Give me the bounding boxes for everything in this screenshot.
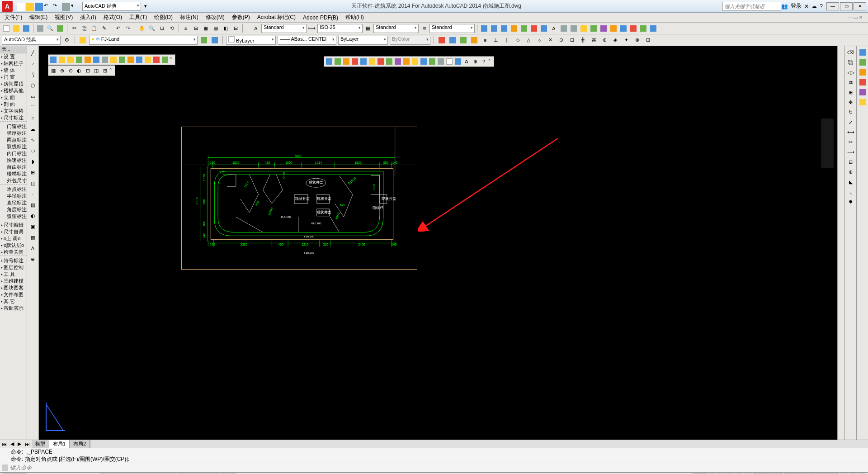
palette-item[interactable]: ▸其 它 xyxy=(0,298,27,305)
tab-nav-next-icon[interactable]: ▶ xyxy=(16,441,23,447)
palette-item[interactable]: 自由标注 xyxy=(0,164,27,171)
table-icon[interactable]: ▦ xyxy=(28,232,38,242)
rt2-4-icon[interactable] xyxy=(858,78,867,87)
rt2-3-icon[interactable] xyxy=(858,68,867,77)
xline-icon[interactable]: ⟋ xyxy=(28,59,38,69)
layer-dropdown[interactable]: ● ❄ FJ-Land xyxy=(89,36,198,45)
menu-dim[interactable]: 标注(N) xyxy=(176,13,202,22)
menu-view[interactable]: 视图(V) xyxy=(51,13,76,22)
palette-item[interactable]: 快速标注 xyxy=(0,157,27,164)
osnap6-icon[interactable]: ⊥ xyxy=(491,36,500,45)
ft3-10-icon[interactable] xyxy=(402,57,410,66)
osnap7-icon[interactable]: ∥ xyxy=(502,36,511,45)
ft1-8-icon[interactable] xyxy=(109,56,118,64)
palette-item[interactable]: ▸帮助演示 xyxy=(0,305,27,312)
ft3-1-icon[interactable] xyxy=(325,57,333,66)
gradient-icon[interactable]: ◐ xyxy=(28,211,38,221)
array-icon[interactable]: ⊞ xyxy=(846,88,855,97)
ft3-4-icon[interactable] xyxy=(351,57,359,66)
menu-help[interactable]: 帮助(H) xyxy=(342,13,368,22)
maximize-button[interactable]: ▭ xyxy=(840,2,853,10)
menu-insert[interactable]: 插入(I) xyxy=(76,13,99,22)
menu-format[interactable]: 格式(O) xyxy=(100,13,126,22)
ft3-14-icon[interactable] xyxy=(437,57,445,66)
osnap14-icon[interactable]: ╋ xyxy=(578,36,587,45)
qat-redo-icon[interactable]: ↷ xyxy=(52,2,61,10)
workspace-menu-icon[interactable]: ▾ xyxy=(141,2,150,11)
color-dropdown[interactable]: ByLayer xyxy=(226,36,276,45)
line-icon[interactable]: ╱ xyxy=(28,48,38,58)
workspace2-dropdown[interactable]: AutoCAD 经典 xyxy=(2,36,61,45)
pan-icon[interactable]: ✋ xyxy=(137,24,146,33)
cut-icon[interactable]: ✂ xyxy=(70,24,79,33)
new-icon[interactable] xyxy=(2,24,11,33)
help-icon[interactable]: ? xyxy=(820,3,823,9)
doc-min-button[interactable]: — ▭ ✕ xyxy=(844,14,866,21)
osnap16-icon[interactable]: ⊕ xyxy=(600,36,609,45)
ft3-11-icon[interactable] xyxy=(411,57,419,66)
palette-item[interactable]: 逐点标注 xyxy=(0,186,27,193)
ft3-12-icon[interactable] xyxy=(420,57,428,66)
palette-item[interactable]: ▸尺寸编辑 xyxy=(0,222,27,228)
menu-param[interactable]: 参数(P) xyxy=(228,13,254,22)
tab-nav-last-icon[interactable]: ⏭ xyxy=(23,441,32,447)
offset-icon[interactable]: ⧉ xyxy=(846,78,855,87)
ft1-9-icon[interactable] xyxy=(118,56,126,64)
workspace-dropdown[interactable]: AutoCAD 经典 xyxy=(82,2,141,11)
ft1-12-icon[interactable] xyxy=(144,56,152,64)
palette-item[interactable]: ▸尺寸标注 xyxy=(0,114,27,121)
break-icon[interactable]: ⊟ xyxy=(846,157,855,166)
qat-save-icon[interactable] xyxy=(34,2,42,10)
paste-icon[interactable]: 📋 xyxy=(90,24,99,33)
ft3-19-icon[interactable]: ? xyxy=(480,57,488,66)
dim9-icon[interactable] xyxy=(559,24,568,33)
qat-print-icon[interactable] xyxy=(61,2,70,10)
layer-props-icon[interactable] xyxy=(78,36,87,45)
ft3-8-icon[interactable] xyxy=(385,57,393,66)
palette-item[interactable]: ▸楼梯其他 xyxy=(0,87,27,94)
infocenter-icon[interactable]: 👥 xyxy=(781,3,788,9)
dim7-icon[interactable] xyxy=(539,24,548,33)
ft3-6-icon[interactable] xyxy=(368,57,376,66)
ft3-3-icon[interactable] xyxy=(342,57,350,66)
qat-undo-icon[interactable]: ↶ xyxy=(43,2,52,10)
ft3-2-icon[interactable] xyxy=(334,57,342,66)
rt2-5-icon[interactable] xyxy=(858,88,867,97)
pline-icon[interactable]: ⟆ xyxy=(28,70,38,80)
block-icon[interactable]: ◫ xyxy=(28,178,38,188)
palette-item[interactable]: 两点标注 xyxy=(0,137,27,143)
qat-new-icon[interactable] xyxy=(16,2,24,10)
osnap2-icon[interactable] xyxy=(448,36,457,45)
ft3-16-icon[interactable] xyxy=(454,57,462,66)
palette-item[interactable]: ▸图层控制 xyxy=(0,264,27,271)
chamfer-icon[interactable]: ◣ xyxy=(846,177,855,186)
mlstyle-icon[interactable]: ≋ xyxy=(420,24,429,33)
ft1-4-icon[interactable] xyxy=(75,56,83,64)
arc-icon[interactable]: ⌒ xyxy=(28,102,38,112)
stretch-icon[interactable]: ⟷ xyxy=(846,128,855,137)
dim12-icon[interactable] xyxy=(589,24,598,33)
sheet-icon[interactable]: ▤ xyxy=(211,24,220,33)
ft3-7-icon[interactable] xyxy=(377,57,385,66)
textstyle-dropdown[interactable]: Standard xyxy=(261,24,307,33)
props-icon[interactable]: ≡ xyxy=(181,24,190,33)
menu-modify[interactable]: 修改(M) xyxy=(202,13,228,22)
ft3-5-icon[interactable] xyxy=(359,57,368,66)
dim13-icon[interactable] xyxy=(599,24,608,33)
rt2-6-icon[interactable] xyxy=(858,98,867,107)
linetype-dropdown[interactable]: —— ABas... CENTEI xyxy=(278,36,336,45)
ft3-13-icon[interactable] xyxy=(428,57,436,66)
palette-item[interactable]: ▸符号标注 xyxy=(0,257,27,264)
vertical-scrollbar[interactable] xyxy=(837,46,844,440)
palette-item[interactable]: ▸三维建模 xyxy=(0,278,27,284)
print-icon[interactable] xyxy=(36,24,45,33)
dimstyle-icon[interactable]: ⟼ xyxy=(307,24,316,33)
circle-icon[interactable]: ○ xyxy=(28,113,38,123)
palette-item[interactable]: ▸设 置 xyxy=(0,53,27,60)
point-icon[interactable]: · xyxy=(28,189,38,199)
osnap20-icon[interactable]: ⊞ xyxy=(643,36,652,45)
ft1-1-icon[interactable] xyxy=(49,56,57,64)
extend-icon[interactable]: ⟶ xyxy=(846,147,855,156)
ft1-14-icon[interactable] xyxy=(161,56,169,64)
tablestyle-dropdown[interactable]: Standard xyxy=(373,24,419,33)
